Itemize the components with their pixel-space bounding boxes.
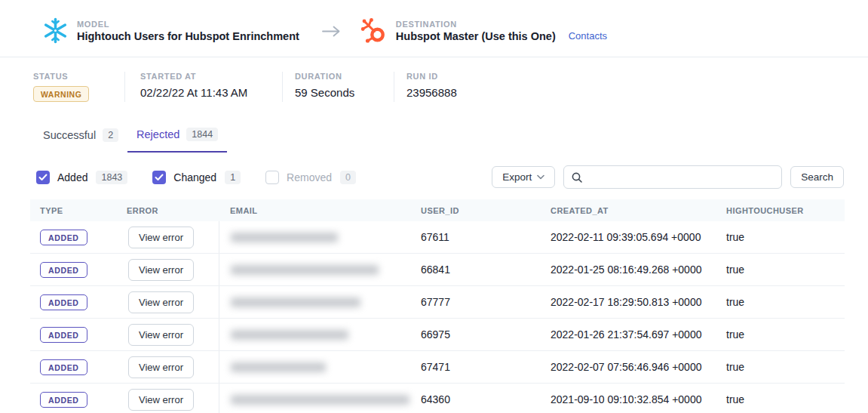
col-header-created-at: CREATED_AT — [539, 206, 715, 215]
run-meta-row: STATUS WARNING STARTED AT 02/22/22 At 11… — [0, 57, 868, 117]
changed-label: Changed — [173, 171, 216, 183]
error-cell: View error — [117, 286, 219, 318]
error-cell: View error — [117, 319, 219, 350]
email-cell — [219, 286, 409, 318]
arrow-right-icon — [322, 25, 341, 41]
tab-successful-label: Successful — [43, 129, 96, 141]
changed-checkbox[interactable] — [152, 171, 166, 184]
search-box[interactable] — [563, 165, 782, 189]
export-button[interactable]: Export — [492, 166, 555, 188]
run-id-section: RUN ID 23956888 — [394, 72, 457, 102]
destination-text: DESTINATION Hubspot Master (Use this One… — [396, 20, 607, 42]
destination-name: Hubspot Master (Use this One) — [396, 30, 556, 42]
tab-successful-count: 2 — [103, 128, 118, 142]
user-id-cell: 66975 — [409, 319, 539, 350]
redacted-email — [231, 265, 379, 275]
result-tabs: Successful 2 Rejected 1844 — [34, 125, 838, 153]
changed-count: 1 — [225, 171, 241, 184]
created-at-cell: 2022-02-07 07:56:46.946 +0000 — [539, 351, 715, 383]
chevron-down-icon — [537, 174, 544, 180]
col-header-user-id: USER_ID — [409, 206, 539, 215]
col-header-type: TYPE — [30, 206, 117, 215]
type-badge: ADDED — [40, 294, 87, 310]
snowflake-icon — [41, 17, 69, 45]
redacted-email — [231, 233, 338, 242]
created-at-cell: 2022-01-25 08:16:49.268 +0000 — [539, 254, 715, 285]
rejected-rows-table: TYPE ERROR EMAIL USER_ID CREATED_AT HIGH… — [30, 199, 845, 413]
duration-label: DURATION — [295, 72, 394, 81]
destination-label: DESTINATION — [396, 20, 607, 29]
tab-rejected[interactable]: Rejected 1844 — [127, 125, 227, 153]
hubspot-icon — [360, 17, 388, 45]
search-icon — [572, 172, 582, 183]
redacted-email — [231, 330, 348, 340]
table-row: ADDED View error 67611 2022-02-11 09:39:… — [30, 221, 845, 254]
table-header: TYPE ERROR EMAIL USER_ID CREATED_AT HIGH… — [30, 199, 845, 221]
email-cell — [219, 254, 409, 285]
duration-section: DURATION 59 Seconds — [282, 72, 394, 102]
error-cell: View error — [117, 384, 219, 413]
email-cell — [219, 351, 409, 383]
redacted-email — [231, 395, 409, 405]
search-input[interactable] — [588, 171, 774, 183]
added-label: Added — [57, 171, 87, 183]
redacted-email — [231, 362, 326, 372]
view-error-button[interactable]: View error — [128, 356, 194, 378]
started-at-label: STARTED AT — [140, 72, 282, 81]
user-id-cell: 64360 — [409, 384, 539, 413]
added-checkbox[interactable] — [36, 171, 50, 184]
type-badge: ADDED — [40, 230, 87, 245]
created-at-cell: 2021-09-10 09:10:32.854 +0000 — [539, 384, 715, 413]
hightouchuser-cell: true — [715, 286, 845, 318]
tab-rejected-label: Rejected — [136, 128, 179, 140]
filter-changed: Changed 1 — [152, 171, 241, 184]
contacts-link[interactable]: Contacts — [569, 30, 607, 42]
hightouchuser-cell: true — [715, 254, 845, 285]
tab-rejected-count: 1844 — [186, 128, 218, 141]
type-cell: ADDED — [30, 221, 117, 253]
hightouchuser-cell: true — [715, 319, 845, 350]
email-cell — [219, 384, 409, 413]
started-at-value: 02/22/22 At 11:43 AM — [140, 86, 282, 99]
error-cell: View error — [117, 221, 219, 253]
filter-toolbar: Added 1843 Changed 1 Removed 0 Export — [36, 165, 844, 189]
filter-added: Added 1843 — [36, 171, 127, 184]
col-header-email: EMAIL — [219, 206, 409, 215]
error-cell: View error — [117, 351, 219, 383]
removed-count: 0 — [340, 171, 356, 184]
tab-successful[interactable]: Successful 2 — [34, 125, 127, 153]
type-badge: ADDED — [40, 327, 87, 343]
error-cell: View error — [117, 254, 219, 285]
table-row: ADDED View error 66841 2022-01-25 08:16:… — [30, 254, 845, 286]
duration-value: 59 Seconds — [295, 86, 394, 99]
type-badge: ADDED — [40, 392, 87, 408]
view-error-button[interactable]: View error — [128, 259, 194, 281]
view-error-button[interactable]: View error — [128, 389, 194, 411]
view-error-button[interactable]: View error — [128, 324, 194, 346]
table-row: ADDED View error 67777 2022-02-17 18:29:… — [30, 286, 845, 319]
filter-removed: Removed 0 — [265, 171, 356, 184]
removed-checkbox[interactable] — [265, 171, 279, 184]
view-error-button[interactable]: View error — [128, 227, 194, 248]
table-row: ADDED View error 67471 2022-02-07 07:56:… — [30, 351, 845, 384]
search-button[interactable]: Search — [790, 166, 844, 188]
user-id-cell: 67611 — [409, 221, 539, 253]
type-cell: ADDED — [30, 384, 117, 413]
type-cell: ADDED — [30, 254, 117, 285]
sync-run-page: MODEL Hightouch Users for Hubspot Enrinc… — [0, 0, 868, 413]
user-id-cell: 66841 — [409, 254, 539, 285]
export-label: Export — [502, 171, 532, 183]
hightouchuser-cell: true — [715, 351, 845, 383]
model-block[interactable]: MODEL Hightouch Users for Hubspot Enrinc… — [41, 17, 299, 45]
hightouchuser-cell: true — [715, 221, 845, 253]
col-header-error: ERROR — [117, 206, 219, 215]
type-badge: ADDED — [40, 262, 87, 278]
type-cell: ADDED — [30, 351, 117, 383]
destination-block[interactable]: DESTINATION Hubspot Master (Use this One… — [360, 17, 607, 45]
run-id-label: RUN ID — [406, 72, 457, 81]
created-at-cell: 2022-02-17 18:29:50.813 +0000 — [539, 286, 715, 318]
user-id-cell: 67471 — [409, 351, 539, 383]
view-error-button[interactable]: View error — [128, 291, 194, 313]
removed-label: Removed — [287, 171, 332, 183]
type-badge: ADDED — [40, 359, 87, 375]
